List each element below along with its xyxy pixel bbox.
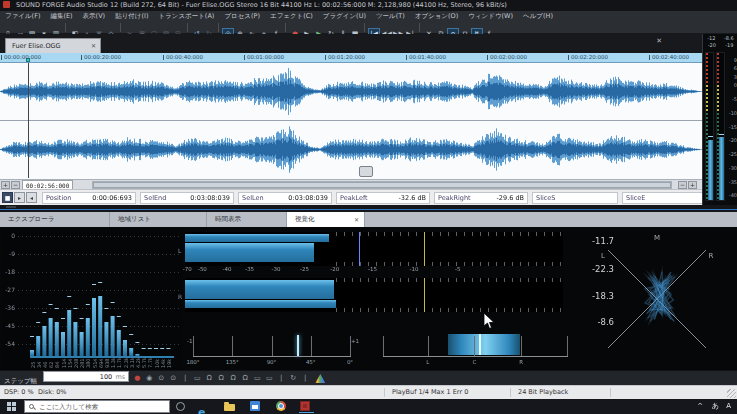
field-SliceS[interactable]: SliceS [532,192,618,204]
document-close-icon[interactable]: ✕ [656,37,662,45]
status-mode-button-1[interactable]: ■ [2,192,13,203]
field-SliceE[interactable]: SliceE [622,192,708,204]
channel-divider [0,120,702,121]
cortana-icon[interactable] [176,402,185,411]
field-PeakLeft[interactable]: PeakLeft-32.6 dB [336,192,430,204]
ruler-label: 00:02:00:000 [487,54,527,60]
menu-編集(E)[interactable]: 編集(E) [45,11,77,21]
layout-b-icon[interactable]: ▭ [251,371,263,386]
status-bar: DSP: 0 % Disk: 0% PlayBuf 1/4 Max 1 Err … [0,385,737,399]
menu-プラグイン(U)[interactable]: プラグイン(U) [318,11,371,21]
document-tab[interactable]: Fuer Elise.OGG ✕ [5,38,101,53]
start-button[interactable] [7,402,16,411]
menu-ヘルプ(H)[interactable]: ヘルプ(H) [518,11,558,21]
edge-icon[interactable] [198,401,211,412]
balance-tick-label: C [473,359,477,365]
tab-close-icon[interactable]: ✕ [91,42,96,50]
document-tab-bar: Fuer Elise.OGG ✕ ✕ [0,34,702,53]
prism-display-icon[interactable] [315,374,325,383]
field-PeakRight[interactable]: PeakRight-29.6 dB [434,192,528,204]
panel-tab-時間表示[interactable]: 時間表示 [207,212,287,227]
panel-tab-エクスプローラ[interactable]: エクスプローラ [0,212,110,227]
menu-bar: ファイル(F)編集(E)表示(V)貼り付け(I)トランスポート(A)プロセス(P… [0,11,737,21]
meter-options-3-icon[interactable]: Ω [227,371,239,386]
soundforge-app-icon [3,1,10,8]
menu-トランスポート(A)[interactable]: トランスポート(A) [153,11,219,21]
spectrum-analyzer [2,228,182,370]
soundforge-taskbar-icon[interactable] [300,401,313,412]
explorer-icon[interactable] [224,401,237,412]
peak-hold-line [424,278,425,312]
disk-usage: Disk: 0% [38,386,67,399]
reset-peaks-icon[interactable]: ⊙ [155,371,167,386]
resize-grip[interactable] [727,389,736,398]
visualization-panel: L -70-50-40-35-30-25-20-15-10-5 R -11.7 … [0,227,737,370]
monitor-hold-icon[interactable]: ◉ [143,371,155,386]
screen: SOUND FORGE Audio Studio 12 (Build 272, … [0,0,737,414]
play-meter-dock: -12 -8.6 -20 -19 9630-5-10-15-20-25-30-3… [702,34,737,205]
panel-tab-地域リスト[interactable]: 地域リスト [110,212,207,227]
scrollbar-thumb[interactable] [93,182,671,188]
correlation-indicator [297,335,299,356]
selection-grip[interactable] [359,166,373,177]
monitor-start-icon[interactable]: ● [131,371,143,386]
menu-エフェクト(C)[interactable]: エフェクト(C) [265,11,318,21]
horizontal-scrollbar[interactable] [92,181,672,189]
layout-c-icon[interactable]: ▭ [263,371,275,386]
zoom-out-button-right[interactable]: − [678,181,687,189]
balance-tick-label: L [426,359,429,365]
ruler-label: 00:01:00:000 [244,54,284,60]
play-meter-scale-label: -30 [729,165,737,171]
field-SelLen[interactable]: SelLen0:03:08:039 [238,192,332,204]
docked-panel-tabs: エクスプローラ地域リスト時間表示視覚化✕ [0,212,737,227]
ruler-label: 00:01:20:000 [325,54,365,60]
zoom-in-button[interactable]: + [1,181,10,189]
meter-options-1-icon[interactable]: Ω [203,371,215,386]
field-SelEnd[interactable]: SelEnd0:03:08:039 [140,192,234,204]
status-mode-button-3[interactable]: ◂ [26,192,37,203]
menu-表示(V)[interactable]: 表示(V) [78,11,111,21]
tray-chevron-icon[interactable]: ^ [697,399,703,414]
ime-kana-indicator[interactable]: あ [712,399,719,414]
play-meter-scale-label: -25 [729,151,737,157]
refresh-view-icon[interactable]: ↻ [287,371,299,386]
menu-ウィンドウ(W)[interactable]: ウィンドウ(W) [463,11,518,21]
panel-splitter[interactable] [0,205,737,212]
main-toolbar: ▯▱▤▾▥◧▲▼◇✂▣▢▧⊟↺↻◎⊕∿⌖ƒ●▶▶↻∥■|◀◀◀▶▶▶|✕⧉∩⊓↯… [0,21,737,34]
step-width-input[interactable]: 100 ms [43,371,129,382]
meter-scale-label: -40 [222,266,231,272]
reset-clip-icon[interactable]: ⊙ [167,371,179,386]
playback-cursor[interactable] [28,63,29,178]
menu-ツール(T)[interactable]: ツール(T) [371,11,410,21]
taskbar-search[interactable]: ここに入力して検索 [24,400,170,413]
field-Position[interactable]: Position0:00:06:693 [42,192,136,204]
play-meter-scale-label: -35 [729,179,737,185]
peak-hold-line [424,232,425,266]
play-meter-scale-label: -10 [729,110,737,116]
play-meter-bar-right [716,52,725,201]
menu-プロセス(P)[interactable]: プロセス(P) [219,11,265,21]
time-ruler[interactable]: 00:00:00:00000:00:20:00000:00:40:00000:0… [0,53,702,63]
zoom-in-button-right[interactable]: + [688,181,697,189]
panel-tab-視覚化[interactable]: 視覚化✕ [287,212,365,227]
store-icon[interactable] [250,401,263,412]
ime-alpha-indicator[interactable]: A [726,399,731,414]
panel-tab-close-icon[interactable]: ✕ [354,216,359,223]
ruler-label: 00:02:40:000 [649,54,689,60]
menu-貼り付け(I)[interactable]: 貼り付け(I) [110,11,153,21]
layout-a-icon[interactable]: ▭ [191,371,203,386]
chrome-icon[interactable] [276,401,289,412]
windows-taskbar: ここに入力して検索 ^ あ A [0,399,737,414]
search-placeholder: ここに入力して検索 [39,401,98,413]
menu-ファイル(F)[interactable]: ファイル(F) [0,11,45,21]
status-mode-button-2[interactable]: ▸ [14,192,25,203]
menu-オプション(O)[interactable]: オプション(O) [410,11,463,21]
mouse-cursor [483,312,495,330]
waveform-view[interactable] [0,63,702,179]
running-app-indicator [299,412,314,413]
play-meter-scale-label: -15 [729,124,737,130]
meter-options-4-icon[interactable]: Ω [239,371,251,386]
meter-options-2-icon[interactable]: Ω [215,371,227,386]
ruler-label: 00:00:20:000 [81,54,121,60]
zoom-out-button[interactable]: − [11,181,20,189]
